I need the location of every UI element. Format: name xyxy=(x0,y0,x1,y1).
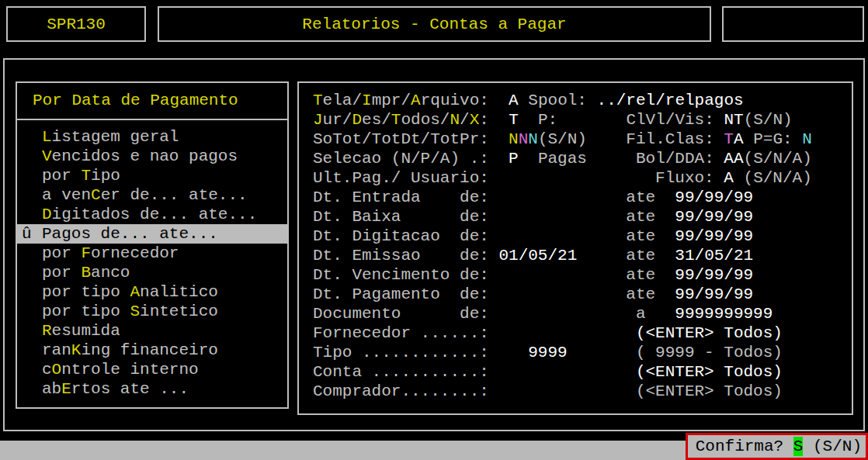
field-text: ate xyxy=(626,266,655,284)
form-row-ult-pag-usuario[interactable]: Ult.Pag./ Usuario: Fluxo: A (S/N/A) xyxy=(313,168,852,188)
dt-vencimento-value[interactable]: 99/99/99 xyxy=(675,266,753,284)
field-text: Selecao (N/P/A) .: xyxy=(313,150,489,168)
tela-impr-arquivo-value-1[interactable]: ../rel/relpagos xyxy=(597,92,744,109)
marker-space xyxy=(22,321,42,341)
field-text xyxy=(655,188,675,206)
dt-digitacao-value[interactable]: 99/99/99 xyxy=(675,227,753,245)
menu-item-por-fornecedor[interactable]: por Fornecedor xyxy=(17,244,287,263)
field-text xyxy=(655,227,675,245)
menu-item-por-tipo[interactable]: por Tipo xyxy=(17,166,287,185)
form-row-conta[interactable]: Conta ...........: (<ENTER> Todos) xyxy=(313,362,852,382)
sotot-totdt-totpr-value-4[interactable]: A xyxy=(734,130,744,148)
field-text: ate xyxy=(626,208,655,226)
tela-impr-arquivo-value[interactable]: A xyxy=(509,92,519,109)
documento-value[interactable]: 9999999999 xyxy=(675,305,773,323)
menu-item-label: abErtos ate ... xyxy=(42,380,189,398)
form-row-dt-pagamento[interactable]: Dt. Pagamento de: ate 99/99/99 xyxy=(313,285,852,304)
field-text: es/ xyxy=(362,111,391,129)
menu-item-por-banco[interactable]: por Banco xyxy=(17,263,287,282)
field-text xyxy=(587,92,597,109)
program-code: SPR130 xyxy=(47,15,106,34)
form-row-tipo[interactable]: Tipo ............: 9999 ( 9999 - Todos) xyxy=(313,343,852,362)
dt-entrada-value[interactable]: 99/99/99 xyxy=(675,188,753,206)
menu-item-abertos-ate[interactable]: abErtos ate ... xyxy=(17,379,287,399)
form-row-selecao[interactable]: Selecao (N/P/A) .: P Pagas Bol/DDA: AA(S… xyxy=(313,149,852,168)
menu-item-controle-interno[interactable]: cOntrole interno xyxy=(17,360,287,379)
field-text xyxy=(489,285,626,303)
confirm-label: Confirma? xyxy=(696,437,783,456)
menu-item-resumida[interactable]: Resumida xyxy=(17,321,287,341)
menu-item-listagem-geral[interactable]: Listagem geral xyxy=(17,127,287,147)
menu-item-label: Pagos de... ate... xyxy=(42,225,218,243)
field-text: Dt. Vencimento de: xyxy=(313,266,489,284)
sotot-totdt-totpr-value-1[interactable]: N xyxy=(519,130,529,148)
menu-item-digitados-de-ate[interactable]: Digitados de... ate... xyxy=(17,205,287,224)
sotot-totdt-totpr-value[interactable]: N xyxy=(509,130,519,148)
sotot-totdt-totpr-value-3[interactable]: T xyxy=(724,130,734,148)
tipo-value[interactable]: 9999 xyxy=(528,344,567,361)
field-text: (S/N/A) xyxy=(744,150,812,168)
terminal-screen: SPR130 Relatorios - Contas a Pagar Por D… xyxy=(0,0,868,460)
menu-item-por-tipo-analitico[interactable]: por tipo Analitico xyxy=(17,282,287,302)
marker-space xyxy=(22,360,42,379)
field-text xyxy=(489,227,626,245)
jur-des-todos-n-x-value[interactable]: T xyxy=(509,111,519,129)
field-text: ur/ xyxy=(323,111,352,129)
confirm-input[interactable]: S xyxy=(793,437,804,456)
field-text: Dt. Emissao de: xyxy=(313,247,489,265)
field-text: Tipo ............: xyxy=(313,344,489,361)
field-text: J xyxy=(313,111,323,129)
field-text xyxy=(645,305,675,323)
dt-baixa-value[interactable]: 99/99/99 xyxy=(675,208,753,226)
field-text: (<ENTER> Todos) xyxy=(636,324,783,342)
form-row-dt-entrada[interactable]: Dt. Entrada de: ate 99/99/99 xyxy=(313,188,852,207)
menu-item-a-vencer-de-ate[interactable]: a venCer de... ate... xyxy=(17,185,287,205)
jur-des-todos-n-x-value-1[interactable]: NT xyxy=(724,111,743,129)
form-row-tela-impr-arquivo[interactable]: Tela/Impr/Arquivo: A Spool: ../rel/relpa… xyxy=(313,91,852,110)
selecao-value-1[interactable]: AA xyxy=(724,150,743,168)
field-text xyxy=(489,324,636,342)
form-row-dt-emissao[interactable]: Dt. Emissao de: 01/05/21 ate 31/05/21 xyxy=(313,246,852,265)
form-row-dt-digitacao[interactable]: Dt. Digitacao de: ate 99/99/99 xyxy=(313,227,852,246)
field-text: a xyxy=(636,305,646,323)
dt-pagamento-value[interactable]: 99/99/99 xyxy=(675,285,753,303)
sotot-totdt-totpr-value-2[interactable]: N xyxy=(528,130,538,148)
marker-space xyxy=(22,302,42,321)
page-title: Relatorios - Contas a Pagar xyxy=(302,15,566,34)
form-row-comprador[interactable]: Comprador........: (<ENTER> Todos) xyxy=(313,382,852,401)
field-text: Comprador........: xyxy=(313,382,489,400)
field-text xyxy=(489,266,626,284)
ult-pag-usuario-value[interactable]: A xyxy=(724,169,734,187)
menu-item-pagos-de-ate[interactable]: ûPagos de... ate... xyxy=(17,224,287,244)
form-row-dt-vencimento[interactable]: Dt. Vencimento de: ate 99/99/99 xyxy=(313,265,852,285)
confirm-options: (S/N) xyxy=(813,437,862,456)
field-text xyxy=(655,285,675,303)
field-text: P: xyxy=(519,111,557,129)
menu-title: Por Data de Pagamento xyxy=(17,83,287,120)
field-text xyxy=(489,208,626,226)
form-row-sotot-totdt-totpr[interactable]: SoTot/TotDt/TotPr: NNN(S/N) Fil.Clas: TA… xyxy=(313,130,852,149)
field-text: mpr/ xyxy=(372,92,411,109)
selecao-value[interactable]: P xyxy=(509,150,519,168)
menu-item-vencidos-e-nao-pagos[interactable]: Vencidos e nao pagos xyxy=(17,147,287,166)
dt-emissao-value[interactable]: 01/05/21 xyxy=(498,247,577,265)
field-text xyxy=(489,363,636,381)
form-row-dt-baixa[interactable]: Dt. Baixa de: ate 99/99/99 xyxy=(313,207,852,227)
field-text: Dt. Digitacao de: xyxy=(313,227,489,245)
field-text: ate xyxy=(626,188,655,206)
marker-space xyxy=(22,341,42,360)
menu-item-por-tipo-sintetico[interactable]: por tipo Sintetico xyxy=(17,302,287,321)
menu-item-ranking-financeiro[interactable]: ranKing financeiro xyxy=(17,341,287,360)
field-text: (S/N/A) xyxy=(744,169,812,187)
dt-emissao-value-1[interactable]: 31/05/21 xyxy=(675,247,753,265)
sotot-totdt-totpr-value-5[interactable]: N xyxy=(802,130,812,148)
field-text: Ult.Pag./ Usuario: xyxy=(313,169,489,187)
field-text: ate xyxy=(626,227,655,245)
form-row-fornecedor[interactable]: Fornecedor ......: (<ENTER> Todos) xyxy=(313,323,852,343)
main-panel: Por Data de Pagamento Listagem geral Ven… xyxy=(3,58,865,431)
form-row-documento[interactable]: Documento de: a 9999999999 xyxy=(313,304,852,323)
field-text xyxy=(714,130,724,148)
form-row-jur-des-todos-n-x[interactable]: Jur/Des/Todos/N/X: T P: ClVl/Vis: NT(S/N… xyxy=(313,110,852,130)
field-text xyxy=(519,150,538,168)
spacer xyxy=(803,437,813,456)
